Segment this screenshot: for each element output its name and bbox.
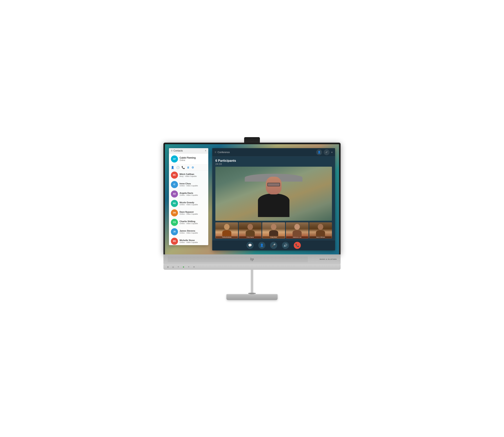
contact-name: Michelle Stone [180,239,198,241]
chat-button[interactable]: 💬 [246,242,253,249]
contact-name: Nicole Grandy [180,201,198,204]
conference-controls: 💬 👤 🎤 🔊 📞 [212,240,335,250]
conference-info: 6 Participants 24:33 [212,157,335,167]
avatar: JS [171,228,178,235]
nav-people-icon[interactable]: 👤 [171,166,174,169]
current-user-profile: CF Caleb Fleming Online [169,153,208,165]
tp-body [246,230,255,236]
contact-info: Nicole Grandy Online - Video Capable [180,201,198,206]
list-item[interactable]: NG Nicole Grandy Online - Video Capable [169,199,208,208]
conference-title: Conference [218,151,230,154]
contact-name: Mitch Callihan [180,173,197,175]
brightness-up-button[interactable]: ☀ [188,266,189,268]
monitor-stand-base [226,294,278,300]
webcam [244,137,260,143]
contacts-title: Contacts [173,149,183,152]
menu-button[interactable]: ||| [172,266,174,268]
contact-info: Irene Chou Online - Video Capable [180,182,198,187]
conference-add-person-button[interactable]: 👤 [316,149,322,155]
participants-count: 6 Participants [215,159,332,162]
avatar: IC [171,181,178,188]
power-led [183,266,184,268]
screen: ☰ Contacts × CF Caleb Fleming Online [165,144,339,254]
tp-body [292,230,302,236]
contact-info: Dave Nypaver Online - Video Capable [180,211,198,215]
person-head [266,177,282,194]
contacts-close-button[interactable]: × [205,149,206,152]
monitor-speaker-bar: hp BANG & OLUFSEN [163,254,341,264]
thumbnail-2[interactable]: Chris Harris [239,222,262,238]
thumbnail-4[interactable]: Katherine Lee [286,222,309,238]
power-indicator [167,266,169,268]
list-item[interactable]: DN Dave Nypaver Online - Video Capable [169,208,208,218]
thumbnail-3[interactable]: Cody Sims [262,222,285,238]
input-button[interactable]: ⊕ [193,266,195,268]
contact-status: Online - Video Capable [180,232,198,234]
current-user-name: Caleb Fleming [180,156,196,159]
end-call-icon: 📞 [295,243,299,247]
speaker-button[interactable]: 🔊 [282,242,289,249]
thumbnail-1[interactable]: Trisha Andrews [215,222,238,238]
nav-phone-icon[interactable]: 📞 [181,166,185,169]
contact-name: Irene Chou [180,182,198,185]
list-item[interactable]: IC Irene Chou Online - Video Capable [169,180,208,189]
participants-button[interactable]: 👤 [258,242,265,249]
contact-info: Mitch Callihan Busy - Video Capable [180,173,197,177]
monitor-stand-joint [248,293,256,294]
mic-icon: 🎤 [272,243,276,247]
webcam-lens [251,139,253,141]
avatar: MS [171,238,178,245]
nav-settings-icon[interactable]: ⚙ [192,166,194,169]
list-item[interactable]: MS Michelle Stone Online - Video Capable [169,237,208,245]
nav-screen-icon[interactable]: 🖥 [187,166,190,169]
tp-body [316,230,325,236]
participants-icon: 👤 [260,243,264,247]
chat-icon: 💬 [248,243,252,247]
video-background [215,167,332,221]
avatar: AD [171,190,178,198]
conference-icon: ☰ [215,151,216,153]
tp-head [294,224,300,230]
tp-body [269,230,278,236]
avatar: CS [171,219,178,226]
video-main-area: Trisha Andrews Chris Harris [212,167,335,240]
nav-clock-icon[interactable]: 🕐 [176,166,180,169]
contact-name: Dave Nypaver [180,211,198,213]
brightness-down-button[interactable]: ☀ [178,266,179,268]
conference-share-button[interactable]: ⤢ [324,149,330,155]
avatar: NG [171,200,178,207]
tp-head [271,224,276,230]
thumbnail-5[interactable]: Aaron Millman [309,222,332,238]
avatar: DN [171,209,178,217]
tp-head [318,224,323,230]
contacts-list: MC Mitch Callihan Busy - Video Capable I… [169,170,208,245]
contacts-header-left: ☰ Contacts [171,149,183,152]
speaker-grille-left [167,256,308,262]
list-item[interactable]: AD Angela Davis Online - Video Capable [169,189,208,199]
thumbnail-person-5 [309,222,332,238]
contact-info: Charlie Shilling Online - Video Capable [180,220,198,225]
thumbnail-label-1: Trisha Andrews [216,236,238,238]
current-user-info: Caleb Fleming Online [180,156,196,161]
end-call-button[interactable]: 📞 [294,242,301,249]
list-item[interactable]: MC Mitch Callihan Busy - Video Capable [169,170,208,180]
thumbnail-person-1 [215,222,238,238]
contact-status: Online - Video Capable [180,213,198,215]
current-user-avatar: CF [171,155,178,162]
list-item[interactable]: JS James Stevens Online - Video Capable [169,227,208,237]
list-item[interactable]: CS Charlie Shilling Online - Video Capab… [169,218,208,227]
contact-name: James Stevens [180,230,198,232]
hp-logo: hp [250,257,254,261]
speaker-icon: 🔊 [283,243,287,247]
contact-status: Online - Video Capable [180,194,198,196]
mic-button[interactable]: 🎤 [270,242,277,249]
monitor-controls-strip: ||| ☀ ☀ ⊕ [163,264,341,270]
conference-close-button[interactable]: × [331,151,333,154]
thumbnail-label-5: Aaron Millman [310,236,332,238]
current-user-status: Online [180,159,196,161]
conference-panel: ☰ Conference 👤 ⤢ × 6 Participants 24:33 [212,148,335,250]
conference-header: ☰ Conference 👤 ⤢ × [212,148,335,157]
thumbnail-person-2 [239,222,262,238]
thumbnails-row: Trisha Andrews Chris Harris [215,222,332,240]
contact-name: Angela Davis [180,192,198,194]
